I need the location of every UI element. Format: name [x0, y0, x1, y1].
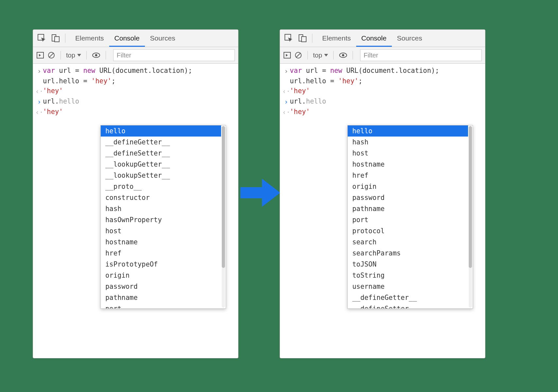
tab-sources[interactable]: Sources — [392, 30, 427, 47]
tab-console[interactable]: Console — [356, 30, 392, 47]
autocomplete-item[interactable]: hasOwnProperty — [101, 214, 221, 225]
autocomplete-item[interactable]: origin — [348, 181, 468, 192]
autocomplete-item[interactable]: pathname — [348, 203, 468, 214]
tab-bar: Elements Console Sources — [33, 30, 238, 47]
live-expression-icon[interactable] — [92, 51, 100, 59]
code-line[interactable]: var url = new URL(document.location); — [43, 66, 192, 76]
autocomplete-item[interactable]: constructor — [101, 192, 221, 203]
divider — [61, 51, 61, 59]
device-toolbar-icon[interactable] — [298, 33, 307, 43]
autocomplete-item[interactable]: password — [101, 281, 221, 292]
svg-rect-2 — [55, 37, 59, 42]
input-chevron-icon: › — [37, 66, 41, 76]
tab-elements[interactable]: Elements — [317, 30, 356, 47]
autocomplete-item[interactable]: hostname — [348, 159, 468, 170]
autocomplete-item[interactable]: __proto__ — [101, 181, 221, 192]
svg-point-15 — [342, 54, 344, 57]
autocomplete-item[interactable]: __lookupSetter__ — [101, 170, 221, 181]
autocomplete-list-right: hellohashhosthostnamehreforiginpasswordp… — [348, 125, 473, 308]
autocomplete-item[interactable]: hostname — [101, 237, 221, 248]
svg-line-5 — [49, 53, 54, 57]
svg-line-13 — [296, 53, 301, 57]
scrollbar[interactable] — [469, 126, 472, 308]
output-chevron-icon: ‹· — [282, 87, 290, 96]
inspect-element-icon[interactable] — [284, 33, 294, 43]
context-label: top — [66, 52, 75, 59]
tab-console[interactable]: Console — [109, 30, 145, 47]
filter-input[interactable]: Filter — [113, 49, 235, 61]
autocomplete-item[interactable]: isPrototypeOf — [101, 259, 221, 270]
code-line[interactable]: url.hello = 'hey'; — [43, 76, 115, 86]
autocomplete-item[interactable]: hash — [348, 137, 468, 148]
autocomplete-item[interactable]: __defineSetter__ — [101, 148, 221, 159]
clear-console-icon[interactable] — [47, 51, 55, 59]
autocomplete-item[interactable]: port — [348, 214, 468, 225]
autocomplete-item[interactable]: href — [101, 248, 221, 259]
output-chevron-icon: ‹· — [35, 87, 44, 96]
sidebar-toggle-icon[interactable] — [36, 51, 44, 59]
svg-rect-10 — [302, 37, 306, 42]
console-output: 'hey' — [290, 86, 310, 96]
autocomplete-item[interactable]: search — [348, 237, 468, 248]
autocomplete-item[interactable]: searchParams — [348, 248, 468, 259]
autocomplete-item[interactable]: __defineGetter__ — [348, 292, 468, 303]
execution-context-selector[interactable]: top — [66, 52, 81, 59]
autocomplete-item[interactable]: toJSON — [348, 259, 468, 270]
autocomplete-item[interactable]: toString — [348, 270, 468, 281]
code-line[interactable]: var url = new URL(document.location); — [290, 66, 439, 76]
divider — [86, 51, 87, 59]
chevron-down-icon — [77, 54, 81, 57]
chevron-down-icon — [324, 54, 328, 57]
live-expression-icon[interactable] — [339, 51, 347, 59]
console-body: › var url = new URL(document.location); … — [33, 64, 238, 117]
autocomplete-item[interactable]: host — [101, 225, 221, 237]
execution-context-selector[interactable]: top — [313, 52, 328, 59]
svg-point-7 — [95, 54, 97, 57]
console-toolbar: top Filter — [280, 47, 485, 64]
console-output: 'hey' — [43, 86, 63, 96]
tab-elements[interactable]: Elements — [70, 30, 109, 47]
autocomplete-item[interactable]: __defineSetter__ — [348, 303, 468, 308]
autocomplete-item[interactable]: pathname — [101, 292, 221, 303]
code-line[interactable]: url.hello — [43, 96, 79, 107]
autocomplete-item[interactable]: __defineGetter__ — [101, 137, 221, 148]
autocomplete-item[interactable]: username — [348, 281, 468, 292]
code-line[interactable]: url.hello — [290, 96, 326, 107]
devtools-panel-right: Elements Console Sources top Filter — [280, 29, 485, 358]
console-toolbar: top Filter — [33, 47, 238, 64]
divider — [307, 51, 308, 59]
autocomplete-item[interactable]: hello — [348, 125, 468, 137]
input-chevron-icon: › — [284, 66, 288, 76]
divider — [312, 34, 312, 43]
device-toolbar-icon[interactable] — [51, 33, 61, 43]
console-body: › var url = new URL(document.location); … — [280, 64, 485, 117]
autocomplete-item[interactable]: hash — [101, 203, 221, 214]
autocomplete-item[interactable]: hello — [101, 125, 221, 137]
output-chevron-icon: ‹· — [282, 107, 290, 117]
sidebar-toggle-icon[interactable] — [283, 51, 291, 59]
clear-console-icon[interactable] — [294, 51, 302, 59]
autocomplete-item[interactable]: origin — [101, 270, 221, 281]
tab-bar: Elements Console Sources — [280, 30, 485, 47]
scrollbar[interactable] — [222, 126, 225, 308]
autocomplete-item[interactable]: host — [348, 148, 468, 159]
code-line[interactable]: url.hello = 'hey'; — [290, 76, 362, 86]
autocomplete-popup: hello__defineGetter____defineSetter____l… — [100, 125, 226, 309]
context-label: top — [313, 52, 322, 59]
console-output: 'hey' — [43, 107, 63, 117]
autocomplete-item[interactable]: password — [348, 192, 468, 203]
transition-arrow-icon — [237, 176, 283, 209]
devtools-panel-left: Elements Console Sources top Filter — [33, 29, 238, 358]
autocomplete-item[interactable]: port — [101, 303, 221, 308]
divider — [106, 51, 106, 59]
divider — [65, 34, 65, 43]
autocomplete-item[interactable]: __lookupGetter__ — [101, 159, 221, 170]
tab-sources[interactable]: Sources — [145, 30, 181, 47]
inspect-element-icon[interactable] — [37, 33, 47, 43]
divider — [333, 51, 334, 59]
input-chevron-icon: › — [37, 97, 41, 107]
filter-input[interactable]: Filter — [360, 49, 482, 61]
autocomplete-item[interactable]: protocol — [348, 225, 468, 237]
console-output: 'hey' — [290, 107, 310, 117]
autocomplete-item[interactable]: href — [348, 170, 468, 181]
